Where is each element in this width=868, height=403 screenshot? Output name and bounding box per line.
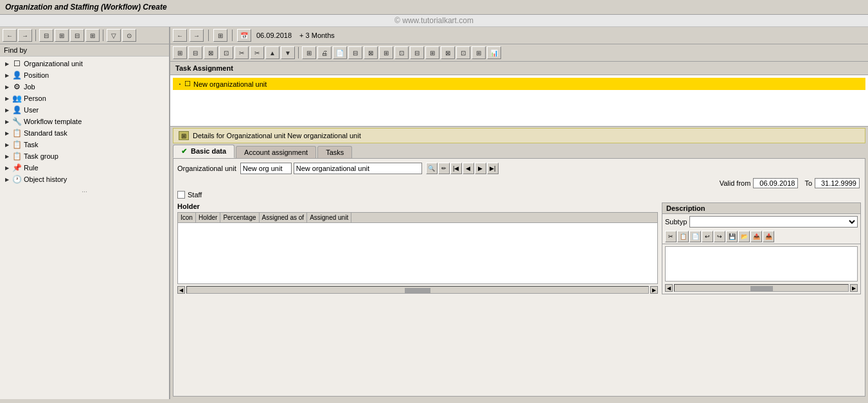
settings-button[interactable]: ⊙ [122,29,136,42]
tab-basic-data[interactable]: ✔ Basic data [173,145,235,158]
tree-label: Rule [24,164,39,172]
desc-btn-undo[interactable]: ↩ [702,231,713,242]
person-icon: 👤 [12,71,22,80]
tree-item-person[interactable]: ▶ 👥 Person [0,93,169,104]
tb2-btn2[interactable]: ⊟ [188,46,202,59]
task-assignment-header: Task Assignment [170,62,868,75]
overview-button[interactable]: ⊞ [213,29,227,42]
tree-item-user[interactable]: ▶ 👤 User [0,104,169,116]
desc-btn-paste[interactable]: 📄 [689,231,701,242]
tb2-btn1[interactable]: ⊞ [173,46,187,59]
org-unit-long-input[interactable] [294,163,422,174]
tb2-btn16[interactable]: ⊟ [410,46,424,59]
find-by-text: Find by [4,46,27,54]
toolbar-separator [35,30,36,41]
tab-label: Tasks [326,148,344,156]
selected-tree-row[interactable]: • ☐ New organizational unit [173,78,865,90]
tb2-btn19[interactable]: ⊡ [456,46,470,59]
tb2-btn4[interactable]: ⊡ [219,46,233,59]
btn-4[interactable]: ⊞ [85,29,100,42]
tree-item-job[interactable]: ▶ ⚙ Job [0,81,169,93]
folder-icon: ☐ [12,59,22,68]
btn-2[interactable]: ⊞ [55,29,69,42]
desc-scroll-track[interactable] [674,284,849,292]
workflow-icon: 🔧 [12,117,22,126]
desc-btn-cut[interactable]: ✂ [665,231,677,242]
tb2-btn18[interactable]: ⊠ [441,46,455,59]
tb2-sep1 [298,47,299,58]
tree-item-position[interactable]: ▶ 👤 Position [0,69,169,81]
tree-item-org-unit[interactable]: ▶ ☐ Organizational unit [0,58,169,69]
field-btn-edit[interactable]: ✏ [438,163,450,174]
col-assigned-as-of: Assigned as of [260,213,308,222]
btn-3[interactable]: ⊟ [70,29,84,42]
tree-label: Position [24,71,49,79]
tree-item-object-history[interactable]: ▶ 🕐 Object history [0,174,169,185]
field-btn-next[interactable]: ▶ [475,163,486,174]
tb2-btn6[interactable]: ✂ [250,46,264,59]
tb2-btn9[interactable]: ⊞ [302,46,316,59]
desc-btn-export[interactable]: 📤 [750,231,762,242]
field-btn-first[interactable]: |◀ [450,163,462,174]
scroll-left-btn[interactable]: ◀ [177,286,185,294]
tree-item-workflow-template[interactable]: ▶ 🔧 Workflow template [0,116,169,127]
desc-btn-copy[interactable]: 📋 [677,231,689,242]
description-box: Description Subtyp ✂ 📋 📄 ↩ [662,202,861,294]
btn-1[interactable]: ⊟ [39,29,53,42]
forward-button[interactable]: → [18,29,32,42]
tree-item-rule[interactable]: ▶ 📌 Rule [0,162,169,174]
tb2-btn10[interactable]: 🖨 [317,46,332,59]
tb2-btn14[interactable]: ⊞ [379,46,393,59]
valid-to-row: To 31.12.9999 [804,178,860,188]
tree-more: ... [0,185,169,195]
desc-btn-import[interactable]: 📥 [763,231,774,242]
tb2-btn11[interactable]: 📄 [333,46,347,59]
right-back-button[interactable]: ← [173,29,187,42]
right-forward-button[interactable]: → [190,29,204,42]
desc-btn-save[interactable]: 💾 [726,231,738,242]
field-btn-search[interactable]: 🔍 [426,163,438,174]
tb2-btn8[interactable]: ▼ [281,46,295,59]
desc-scroll-left[interactable]: ◀ [665,284,673,292]
tb2-btn12[interactable]: ⊟ [348,46,362,59]
tree-arrow: ▶ [4,72,10,78]
tb2-btn20[interactable]: ⊞ [472,46,486,59]
field-btn-prev[interactable]: ◀ [463,163,474,174]
date-suffix: + 3 Months [297,31,337,39]
desc-scroll-right[interactable]: ▶ [850,284,858,292]
tree-arrow: ▶ [4,165,10,171]
back-button[interactable]: ← [3,29,17,42]
tree-item-standard-task[interactable]: ▶ 📋 Standard task [0,127,169,139]
subtyp-select[interactable] [689,216,858,228]
selected-item-label: New organizational unit [193,80,267,88]
scroll-right-btn[interactable]: ▶ [650,286,658,294]
tb2-btn3[interactable]: ⊠ [204,46,218,59]
tb2-btn13[interactable]: ⊠ [364,46,378,59]
description-textarea[interactable] [665,246,858,282]
history-icon: 🕐 [12,175,22,184]
details-header-text: Details for Organizational unit New orga… [193,132,361,139]
tab-account-assignment[interactable]: Account assignment [236,146,316,158]
col-holder: Holder [196,213,220,222]
tree-item-task-group[interactable]: ▶ 📋 Task group [0,150,169,162]
tab-content-basic-data: Organizational unit 🔍 ✏ |◀ ◀ ▶ ▶| [173,158,865,397]
tree-item-task[interactable]: ▶ 📋 Task [0,139,169,150]
scroll-track-h[interactable] [186,286,649,294]
valid-from-value: 06.09.2018 [753,178,798,188]
staff-label: Staff [188,191,202,199]
tb2-btn7[interactable]: ▲ [265,46,279,59]
desc-btn-redo[interactable]: ↪ [714,231,725,242]
tb2-btn15[interactable]: ⊡ [394,46,409,59]
tb2-btn5[interactable]: ✂ [235,46,249,59]
staff-checkbox[interactable] [177,191,185,199]
tb2-btn17[interactable]: ⊞ [425,46,439,59]
person2-icon: 👥 [12,94,22,103]
tree-arrow: ▶ [4,153,10,159]
tab-tasks[interactable]: Tasks [317,146,352,158]
desc-btn-load[interactable]: 📂 [738,231,750,242]
field-btn-last[interactable]: ▶| [487,163,499,174]
calendar-button[interactable]: 📅 [237,29,251,42]
filter-button[interactable]: ▽ [107,29,121,42]
tb2-btn21[interactable]: 📊 [487,46,501,59]
org-unit-short-input[interactable] [240,163,292,174]
